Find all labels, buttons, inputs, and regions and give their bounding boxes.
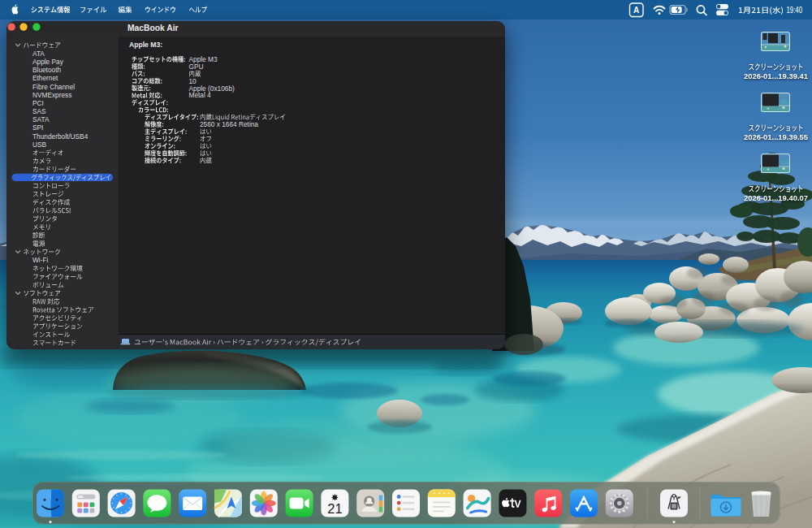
svg-text:NVMExpress: NVMExpress bbox=[32, 91, 71, 99]
svg-text:Wi-Fi: Wi-Fi bbox=[32, 256, 49, 264]
svg-text:Bluetooth: Bluetooth bbox=[32, 66, 61, 74]
svg-text:Thunderbolt/USB4: Thunderbolt/USB4 bbox=[32, 132, 89, 141]
svg-text:Fibre Channel: Fibre Channel bbox=[32, 83, 75, 91]
svg-text:SATA: SATA bbox=[32, 115, 50, 123]
svg-text:2026-01...19.39.55: 2026-01...19.39.55 bbox=[744, 132, 808, 141]
svg-text:21: 21 bbox=[327, 501, 342, 516]
svg-text:ATA: ATA bbox=[32, 50, 45, 58]
svg-text:2026-01...19.40.07: 2026-01...19.40.07 bbox=[744, 193, 808, 202]
svg-text:2026-01...19.39.41: 2026-01...19.39.41 bbox=[744, 71, 808, 80]
svg-text:Apple M3:: Apple M3: bbox=[129, 41, 162, 49]
svg-text:SPI: SPI bbox=[32, 123, 43, 132]
svg-text:Apple Pay: Apple Pay bbox=[32, 58, 64, 66]
svg-text:SAS: SAS bbox=[32, 107, 46, 115]
svg-text:USB: USB bbox=[32, 141, 47, 149]
svg-text:GPU: GPU bbox=[189, 63, 204, 71]
svg-text:MacBook Air: MacBook Air bbox=[127, 24, 179, 32]
svg-text:PCI: PCI bbox=[32, 99, 44, 107]
svg-text:19:40: 19:40 bbox=[787, 6, 803, 15]
svg-text:A: A bbox=[633, 6, 639, 15]
svg-text:Ethernet: Ethernet bbox=[32, 74, 58, 82]
svg-text:2560 x 1664 Retina: 2560 x 1664 Retina bbox=[200, 120, 258, 128]
svg-text:Metal 4: Metal 4 bbox=[189, 91, 212, 99]
